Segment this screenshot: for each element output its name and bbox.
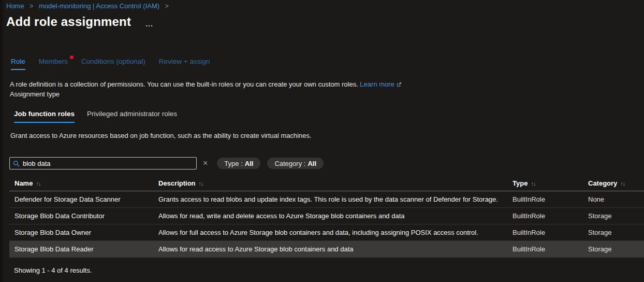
column-header-description[interactable]: Description [158, 179, 196, 187]
breadcrumb-chevron-icon: > [30, 3, 33, 10]
role-name-cell: Storage Blob Data Owner [9, 229, 158, 236]
column-header-name[interactable]: Name [14, 179, 33, 187]
role-category-cell: Storage [588, 229, 644, 236]
tab-role-label: Role [11, 58, 25, 65]
type-filter-pill[interactable]: Type :All [217, 158, 260, 169]
tab-review-assign-label: Review + assign [159, 58, 210, 65]
category-filter-pill[interactable]: Category :All [267, 158, 324, 169]
breadcrumb-chevron-icon: > [165, 3, 169, 10]
tab-conditions[interactable]: Conditions (optional) [81, 58, 145, 70]
role-type-pivot: Job function roles Privileged administra… [14, 110, 177, 123]
add-role-assignment-page: Home > model-monitoring | Access Control… [0, 0, 644, 282]
sort-arrows-icon: ↑↓ [531, 180, 535, 187]
role-category-cell: None [588, 195, 644, 203]
tab-role[interactable]: Role [11, 58, 25, 70]
search-icon [13, 160, 20, 167]
role-type-cell: BuiltInRole [513, 245, 588, 253]
table-header: Name↑↓ Description↑↓ Type↑↓ Category↑↓ [9, 176, 644, 191]
page-title: Add role assignment [6, 15, 131, 29]
tab-job-function-roles[interactable]: Job function roles [14, 110, 75, 123]
breadcrumb-home-link[interactable]: Home [6, 2, 24, 10]
role-description-cell: Allows for read, write and delete access… [158, 212, 513, 220]
category-filter-label: Category : [274, 160, 305, 167]
role-name-cell: Storage Blob Data Contributor [9, 212, 158, 220]
filter-row: × Type :All Category :All [9, 157, 324, 170]
sort-arrows-icon: ↑↓ [199, 180, 203, 187]
title-row: Add role assignment ... [6, 15, 153, 29]
role-name-cell: Storage Blob Data Reader [9, 245, 158, 253]
column-header-category[interactable]: Category [588, 179, 617, 187]
tab-members[interactable]: Members [39, 58, 68, 70]
role-name-cell: Defender for Storage Data Scanner [9, 195, 158, 203]
search-box[interactable] [9, 157, 197, 170]
wizard-tabs: Role Members Conditions (optional) Revie… [11, 58, 210, 70]
role-type-cell: BuiltInRole [513, 212, 588, 220]
role-description-cell: Grants access to read blobs and update i… [158, 195, 513, 203]
search-input[interactable] [23, 160, 193, 167]
role-description-cell: Allows for read access to Azure Storage … [158, 245, 513, 253]
breadcrumb-resource-link[interactable]: model-monitoring | Access Control (IAM) [39, 2, 159, 10]
grant-access-description: Grant access to Azure resources based on… [10, 132, 312, 139]
category-filter-value: All [308, 160, 316, 167]
role-description-cell: Allows for full access to Azure Storage … [158, 229, 513, 236]
sort-arrows-icon: ↑↓ [36, 180, 40, 187]
tab-privileged-admin-roles[interactable]: Privileged administrator roles [87, 110, 177, 123]
role-type-cell: BuiltInRole [513, 229, 588, 236]
table-row[interactable]: Defender for Storage Data Scanner Grants… [9, 191, 644, 208]
sort-arrows-icon: ↑↓ [620, 180, 625, 187]
table-row[interactable]: Storage Blob Data Contributor Allows for… [9, 208, 644, 224]
role-category-cell: Storage [588, 245, 644, 253]
learn-more-link[interactable]: Learn more [360, 80, 401, 88]
role-category-cell: Storage [588, 212, 644, 220]
type-filter-value: All [245, 160, 254, 167]
results-count: Showing 1 - 4 of 4 results. [14, 266, 92, 274]
external-link-icon [397, 82, 402, 87]
roles-table: Name↑↓ Description↑↓ Type↑↓ Category↑↓ D… [9, 176, 644, 258]
table-row[interactable]: Storage Blob Data Reader Allows for read… [9, 241, 644, 258]
role-type-cell: BuiltInRole [513, 195, 588, 203]
clear-search-button[interactable]: × [201, 158, 210, 168]
table-row[interactable]: Storage Blob Data Owner Allows for full … [9, 224, 644, 241]
assignment-type-label: Assignment type [10, 90, 60, 98]
table-body: Defender for Storage Data Scanner Grants… [9, 191, 644, 258]
breadcrumb: Home > model-monitoring | Access Control… [6, 2, 172, 10]
tab-members-label: Members [39, 58, 68, 65]
tab-review-assign[interactable]: Review + assign [159, 58, 210, 70]
more-options-button[interactable]: ... [145, 20, 153, 28]
members-alert-dot-icon [70, 55, 74, 59]
type-filter-label: Type : [224, 160, 242, 167]
role-definition-description: A role definition is a collection of per… [10, 80, 402, 88]
column-header-type[interactable]: Type [513, 179, 528, 187]
role-definition-text: A role definition is a collection of per… [10, 80, 360, 88]
tab-conditions-label: Conditions (optional) [81, 58, 145, 65]
